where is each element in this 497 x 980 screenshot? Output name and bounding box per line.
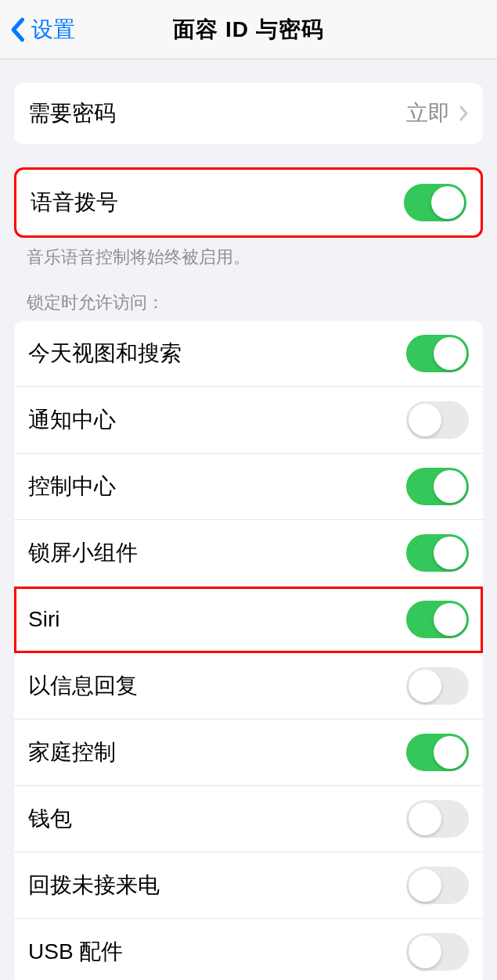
locked-access-item-toggle[interactable] (406, 401, 469, 439)
locked-access-item-toggle[interactable] (406, 534, 469, 572)
locked-access-item-label: USB 配件 (28, 937, 123, 967)
voice-dial-row: 语音拨号 (16, 170, 481, 235)
locked-access-item-toggle[interactable] (406, 933, 469, 971)
require-passcode-value: 立即 (406, 99, 469, 128)
navigation-bar: 设置 面容 ID 与密码 (0, 0, 497, 59)
locked-access-item-toggle[interactable] (406, 867, 469, 904)
locked-access-row: 钱包 (14, 786, 483, 853)
voice-dial-footer: 音乐语音控制将始终被启用。 (0, 238, 497, 269)
locked-access-item-toggle[interactable] (406, 468, 469, 505)
locked-access-row: 回拨未接来电 (14, 853, 483, 919)
voice-dial-label: 语音拨号 (31, 188, 118, 217)
voice-dial-toggle[interactable] (404, 184, 466, 221)
back-label: 设置 (31, 15, 75, 45)
content-area: 需要密码 立即 语音拨号 音乐语音控制将始终被启用。 锁定时允许访问： 今天视图… (0, 83, 497, 980)
locked-access-item-label: 今天视图和搜索 (28, 339, 182, 368)
locked-access-item-toggle[interactable] (406, 667, 469, 705)
locked-access-row: 通知中心 (14, 387, 483, 454)
locked-access-item-label: Siri (28, 607, 59, 632)
locked-access-row: 锁屏小组件 (14, 520, 483, 587)
locked-access-item-label: 回拨未接来电 (28, 871, 160, 900)
chevron-right-icon (459, 106, 469, 121)
locked-access-item-toggle[interactable] (406, 601, 469, 638)
locked-access-item-toggle[interactable] (406, 734, 469, 771)
locked-access-row: 家庭控制 (14, 720, 483, 786)
locked-access-item-label: 家庭控制 (28, 738, 116, 767)
locked-access-item-label: 钱包 (28, 804, 72, 834)
require-passcode-section: 需要密码 立即 (14, 83, 483, 144)
locked-access-row: 以信息回复 (14, 653, 483, 720)
locked-access-section: 今天视图和搜索通知中心控制中心锁屏小组件Siri以信息回复家庭控制钱包回拨未接来… (14, 321, 483, 980)
page-title: 面容 ID 与密码 (173, 15, 324, 45)
locked-access-row: Siri (14, 587, 483, 653)
back-button[interactable]: 设置 (9, 15, 75, 45)
locked-access-row: 控制中心 (14, 454, 483, 520)
locked-access-row: USB 配件 (14, 919, 483, 980)
locked-access-item-toggle[interactable] (406, 335, 469, 372)
locked-access-item-label: 锁屏小组件 (28, 538, 138, 568)
chevron-left-icon (9, 17, 25, 42)
locked-access-item-label: 以信息回复 (28, 671, 138, 701)
locked-access-header: 锁定时允许访问： (0, 269, 497, 321)
locked-access-item-label: 控制中心 (28, 472, 116, 501)
locked-access-item-toggle[interactable] (406, 800, 469, 838)
locked-access-item-label: 通知中心 (28, 405, 116, 435)
require-passcode-label: 需要密码 (28, 99, 116, 128)
require-passcode-row[interactable]: 需要密码 立即 (14, 83, 483, 144)
locked-access-row: 今天视图和搜索 (14, 321, 483, 387)
voice-dial-section: 语音拨号 (14, 167, 483, 238)
